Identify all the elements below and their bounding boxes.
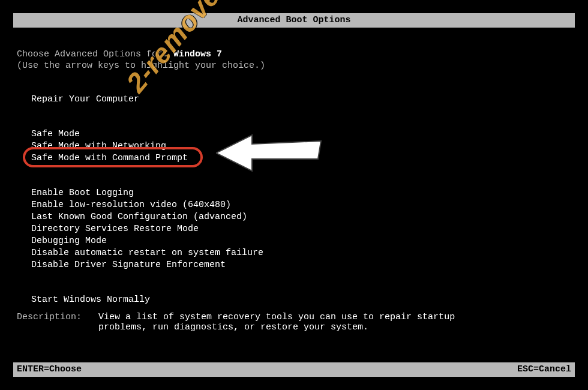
group-normal: Start Windows Normally: [17, 294, 571, 306]
footer-esc: ESC=Cancel: [517, 362, 571, 377]
boot-screen: Advanced Boot Options Choose Advanced Op…: [0, 0, 588, 390]
option-boot-logging[interactable]: Enable Boot Logging: [31, 187, 134, 199]
description-block: Description: View a list of system recov…: [17, 312, 458, 332]
option-ds-restore-mode[interactable]: Directory Services Restore Mode: [31, 223, 199, 235]
option-last-known-good[interactable]: Last Known Good Configuration (advanced): [31, 211, 247, 223]
prompt-line: Choose Advanced Options for: Windows 7: [17, 49, 571, 59]
option-disable-driver-sig[interactable]: Disable Driver Signature Enforcement: [31, 259, 226, 271]
description-label: Description:: [17, 312, 82, 332]
body-area: Choose Advanced Options for: Windows 7 (…: [17, 36, 571, 306]
option-low-res-video[interactable]: Enable low-resolution video (640x480): [31, 199, 231, 211]
keyboard-hint: (Use the arrow keys to highlight your ch…: [17, 61, 571, 71]
title-bar: Advanced Boot Options: [13, 13, 575, 28]
option-safe-mode-command-prompt[interactable]: Safe Mode with Command Prompt: [31, 152, 188, 164]
group-safe-modes: Safe Mode Safe Mode with Networking Safe…: [17, 128, 571, 164]
option-disable-auto-restart[interactable]: Disable automatic restart on system fail…: [31, 247, 263, 259]
title-text: Advanced Boot Options: [237, 15, 350, 25]
description-text: View a list of system recovery tools you…: [98, 312, 458, 332]
option-safe-mode-networking[interactable]: Safe Mode with Networking: [31, 140, 166, 152]
group-repair: Repair Your Computer: [17, 94, 571, 106]
option-repair-computer[interactable]: Repair Your Computer: [31, 94, 139, 106]
option-safe-mode[interactable]: Safe Mode: [31, 128, 80, 140]
option-debugging-mode[interactable]: Debugging Mode: [31, 235, 107, 247]
footer-bar: ENTER=Choose ESC=Cancel: [13, 362, 575, 377]
group-advanced: Enable Boot Logging Enable low-resolutio…: [17, 187, 571, 271]
footer-enter: ENTER=Choose: [17, 362, 82, 377]
option-start-normally[interactable]: Start Windows Normally: [31, 294, 150, 306]
